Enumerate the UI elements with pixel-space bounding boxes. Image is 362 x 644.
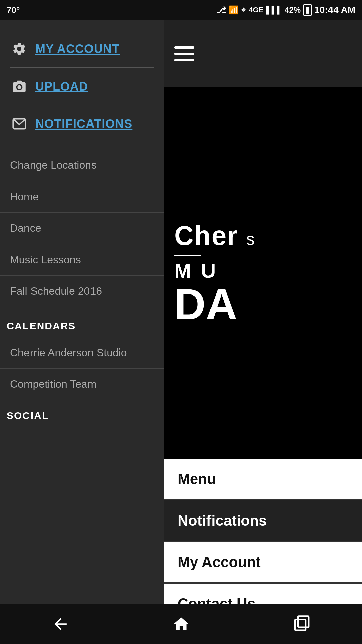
recents-button[interactable] xyxy=(285,611,318,638)
menu-item-label: Menu xyxy=(178,471,216,487)
back-button[interactable] xyxy=(44,611,77,638)
gear-icon xyxy=(10,40,28,58)
right-menu-items: Menu Notifications My Account Contact Us xyxy=(164,459,362,624)
my-account-item-label: My Account xyxy=(178,554,261,570)
right-banner: Cher s M U DA xyxy=(164,87,362,459)
status-bar: 70° ⎇ 📶 ⌖ 4GE ▌▌▌ 42% ▮ 10:44 AM xyxy=(0,0,362,20)
bluetooth-icon: ⎇ xyxy=(216,5,226,15)
battery-icon: ▮ xyxy=(303,4,312,16)
time-display: 10:44 AM xyxy=(314,5,355,15)
banner-cher-text: Cher s xyxy=(174,220,352,251)
main-layout: MY ACCOUNT UPLOAD xyxy=(0,20,362,624)
right-menu-item-my-account[interactable]: My Account xyxy=(164,542,362,584)
hamburger-line-3 xyxy=(174,59,194,61)
nav-home[interactable]: Home xyxy=(0,181,164,213)
bottom-nav xyxy=(0,604,362,644)
right-menu-item-notifications[interactable]: Notifications xyxy=(164,500,362,542)
hamburger-button[interactable] xyxy=(174,40,201,67)
temperature: 70° xyxy=(7,5,20,15)
vibrate-icon: 📶 xyxy=(229,5,239,15)
calendars-section: Cherrie Anderson Studio Competition Team xyxy=(0,337,164,400)
drawer-top-menu: MY ACCOUNT UPLOAD xyxy=(0,20,164,146)
status-right: ⎇ 📶 ⌖ 4GE ▌▌▌ 42% ▮ 10:44 AM xyxy=(216,4,355,16)
right-content: Cher s M U DA Menu Notifications My Acco… xyxy=(164,20,362,624)
my-account-label: MY ACCOUNT xyxy=(35,42,120,56)
svg-rect-1 xyxy=(295,620,305,630)
social-section-header: SOCIAL xyxy=(0,400,164,426)
signal-icon: ▌▌▌ xyxy=(266,6,282,14)
nav-change-locations[interactable]: Change Locations xyxy=(0,150,164,181)
drawer-upload[interactable]: UPLOAD xyxy=(7,68,158,105)
upload-label: UPLOAD xyxy=(35,79,88,94)
network-type: 4GE xyxy=(249,6,263,14)
hamburger-line-2 xyxy=(174,53,194,55)
hamburger-line-1 xyxy=(174,46,194,49)
drawer-nav-items: Change Locations Home Dance Music Lesson… xyxy=(0,146,164,310)
nav-music-lessons[interactable]: Music Lessons xyxy=(0,244,164,276)
banner-da-text: DA xyxy=(174,282,352,326)
battery-percent: 42% xyxy=(285,5,301,15)
notifications-label: NOTIFICATIONS xyxy=(35,117,132,131)
banner-mud-row: M U xyxy=(174,259,352,282)
right-menu-item-menu[interactable]: Menu xyxy=(164,459,362,500)
nav-cherrie-anderson[interactable]: Cherrie Anderson Studio xyxy=(0,337,164,369)
envelope-icon xyxy=(10,115,28,133)
drawer-notifications[interactable]: NOTIFICATIONS xyxy=(7,105,158,143)
banner-divider-line xyxy=(174,255,201,256)
nav-fall-schedule[interactable]: Fall Schedule 2016 xyxy=(0,276,164,307)
svg-rect-2 xyxy=(298,616,309,627)
notifications-item-label: Notifications xyxy=(178,512,267,529)
home-button[interactable] xyxy=(164,611,198,638)
calendars-section-header: CALENDARS xyxy=(0,310,164,337)
wifi-icon: ⌖ xyxy=(241,5,246,15)
nav-dance[interactable]: Dance xyxy=(0,213,164,244)
nav-competition-team[interactable]: Competition Team xyxy=(0,369,164,400)
drawer-my-account[interactable]: MY ACCOUNT xyxy=(7,30,158,67)
camera-icon xyxy=(10,77,28,96)
right-header xyxy=(164,20,362,87)
left-drawer: MY ACCOUNT UPLOAD xyxy=(0,20,164,624)
